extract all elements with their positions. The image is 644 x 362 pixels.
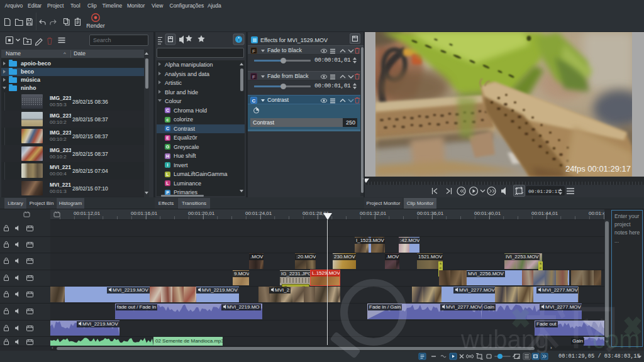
svg-text:Render: Render [86, 23, 105, 29]
svg-text:24fps 00:01:29:17: 24fps 00:01:29:17 [565, 164, 631, 173]
